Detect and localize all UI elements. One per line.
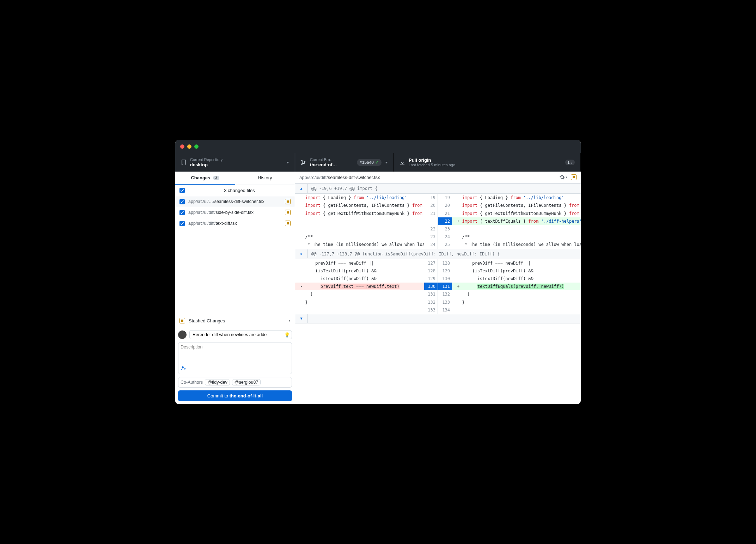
file-checkbox[interactable] bbox=[179, 199, 185, 204]
diff-line[interactable]: - prevDiff.text === newDiff.text) 130 13… bbox=[295, 283, 581, 290]
stashed-label: Stashed Changes bbox=[189, 318, 225, 323]
window-controls bbox=[180, 144, 199, 149]
coauthor-chip[interactable]: @sergiou87 bbox=[232, 379, 261, 385]
diff-line[interactable]: prevDiff === newDiff || 127 128 prevDiff… bbox=[295, 259, 581, 267]
close-icon[interactable] bbox=[180, 144, 184, 149]
coauthors-field[interactable]: Co-Authors @tidy-dev @sergiou87 bbox=[178, 377, 292, 388]
diff-file-path: app/src/ui/diff/seamless-diff-switcher.t… bbox=[299, 175, 559, 180]
tab-changes[interactable]: Changes 3 bbox=[175, 172, 235, 185]
minimize-icon[interactable] bbox=[187, 144, 191, 149]
diff-panel: app/src/ui/diff/seamless-diff-switcher.t… bbox=[295, 172, 581, 404]
diff-line[interactable]: 22 + import { textDiffEquals } from './d… bbox=[295, 217, 581, 225]
changed-files-header: 3 changed files bbox=[175, 185, 295, 196]
diff-line[interactable]: ) 131 132 ) bbox=[295, 290, 581, 298]
coauthor-chip[interactable]: @tidy-dev bbox=[205, 379, 230, 385]
diff-line[interactable]: /** 23 24 /** bbox=[295, 233, 581, 241]
modified-icon bbox=[285, 210, 291, 215]
pr-number: #15640 bbox=[360, 160, 374, 165]
modified-icon bbox=[285, 221, 291, 226]
modified-icon bbox=[285, 199, 291, 204]
branch-name: the-end-of… bbox=[310, 162, 353, 168]
pull-count: 1 ↓ bbox=[565, 160, 575, 165]
file-path: app/src/ui/diff/side-by-side-diff.tsx bbox=[188, 210, 281, 215]
diff-header: app/src/ui/diff/seamless-diff-switcher.t… bbox=[295, 172, 581, 183]
repo-icon bbox=[181, 160, 187, 165]
file-row[interactable]: app/src/ui/…/seamless-diff-switcher.tsx bbox=[175, 196, 295, 207]
diff-line[interactable]: import { Loading } from '../lib/loading'… bbox=[295, 194, 581, 202]
download-icon bbox=[400, 160, 405, 165]
branch-dropdown[interactable]: Current Bra… the-end-of… #15640 ✓ bbox=[295, 153, 394, 172]
file-checkbox[interactable] bbox=[179, 210, 185, 215]
lightbulb-icon[interactable]: 💡 bbox=[284, 332, 290, 338]
chevron-down-icon bbox=[385, 162, 388, 163]
hunk-header: ⇅@@ -127,7 +128,7 @@ function isSameDiff… bbox=[295, 249, 581, 259]
file-list: app/src/ui/…/seamless-diff-switcher.tsx … bbox=[175, 196, 295, 229]
branch-label: Current Bra… bbox=[310, 157, 353, 162]
diff-line[interactable]: 22 23 bbox=[295, 225, 581, 233]
tab-history[interactable]: History bbox=[235, 172, 295, 185]
sidebar-tabs: Changes 3 History bbox=[175, 172, 295, 185]
diff-settings-button[interactable]: ▾ bbox=[559, 174, 567, 180]
hunk-header: ▲@@ -19,6 +19,7 @@ import { bbox=[295, 183, 581, 194]
diff-body[interactable]: ▲@@ -19,6 +19,7 @@ import { import { Loa… bbox=[295, 183, 581, 404]
diff-line[interactable]: 133 134 bbox=[295, 306, 581, 314]
diff-line[interactable]: } 132 133 } bbox=[295, 298, 581, 306]
pr-badge: #15640 ✓ bbox=[357, 159, 382, 166]
repo-dropdown[interactable]: Current Repository desktop bbox=[175, 153, 295, 172]
changes-count: 3 bbox=[213, 176, 219, 180]
app-window: Current Repository desktop Current Bra… … bbox=[175, 140, 581, 404]
pull-button[interactable]: Pull origin Last fetched 5 minutes ago 1… bbox=[394, 153, 581, 172]
diff-line[interactable]: import { getTextDiffWithBottomDummyHunk … bbox=[295, 210, 581, 217]
commit-button[interactable]: Commit to the-end-of-it-all bbox=[178, 390, 292, 401]
file-row[interactable]: app/src/ui/diff/text-diff.tsx bbox=[175, 218, 295, 229]
expand-hunk-button[interactable]: ▼ bbox=[295, 314, 308, 323]
check-icon: ✓ bbox=[375, 160, 379, 165]
add-coauthor-button[interactable] bbox=[181, 366, 186, 372]
select-all-checkbox[interactable] bbox=[179, 188, 185, 193]
pull-status: Last fetched 5 minutes ago bbox=[409, 163, 562, 167]
chevron-right-icon: › bbox=[289, 318, 291, 323]
maximize-icon[interactable] bbox=[194, 144, 199, 149]
commit-description-input[interactable] bbox=[181, 345, 289, 364]
diff-line[interactable]: import { getFileContents, IFileContents … bbox=[295, 202, 581, 209]
commit-form: 💡 Co-Authors @tidy-dev @sergiou87 Commit… bbox=[175, 327, 295, 404]
diff-line[interactable]: * The time (in milliseconds) we allow wh… bbox=[295, 241, 581, 248]
chevron-down-icon bbox=[286, 162, 289, 163]
stash-icon bbox=[179, 318, 185, 323]
file-path: app/src/ui/diff/text-diff.tsx bbox=[188, 221, 281, 226]
commit-summary-input[interactable] bbox=[189, 330, 292, 339]
diff-line[interactable]: isTextDiff(newDiff) && 129 130 isTextDif… bbox=[295, 275, 581, 283]
file-checkbox[interactable] bbox=[179, 221, 185, 226]
modified-icon bbox=[571, 174, 577, 180]
repo-name: desktop bbox=[190, 162, 283, 168]
repo-label: Current Repository bbox=[190, 157, 283, 162]
diff-line[interactable]: (isTextDiff(prevDiff) && 128 129 (isText… bbox=[295, 267, 581, 275]
expand-hunk-button[interactable]: ▲ bbox=[295, 184, 308, 193]
changed-files-summary: 3 changed files bbox=[188, 188, 291, 193]
git-branch-icon bbox=[301, 160, 306, 165]
sidebar: Changes 3 History 3 changed files app/sr… bbox=[175, 172, 295, 404]
toolbar: Current Repository desktop Current Bra… … bbox=[175, 153, 581, 172]
file-row[interactable]: app/src/ui/diff/side-by-side-diff.tsx bbox=[175, 207, 295, 218]
pull-label: Pull origin bbox=[409, 157, 562, 163]
titlebar[interactable] bbox=[175, 140, 581, 153]
main-content: Changes 3 History 3 changed files app/sr… bbox=[175, 172, 581, 404]
stashed-changes[interactable]: Stashed Changes › bbox=[175, 314, 295, 327]
expand-hunk-button[interactable]: ⇅ bbox=[295, 249, 308, 258]
file-path: app/src/ui/…/seamless-diff-switcher.tsx bbox=[188, 199, 281, 204]
coauthors-label: Co-Authors bbox=[181, 380, 203, 385]
avatar bbox=[178, 330, 187, 339]
